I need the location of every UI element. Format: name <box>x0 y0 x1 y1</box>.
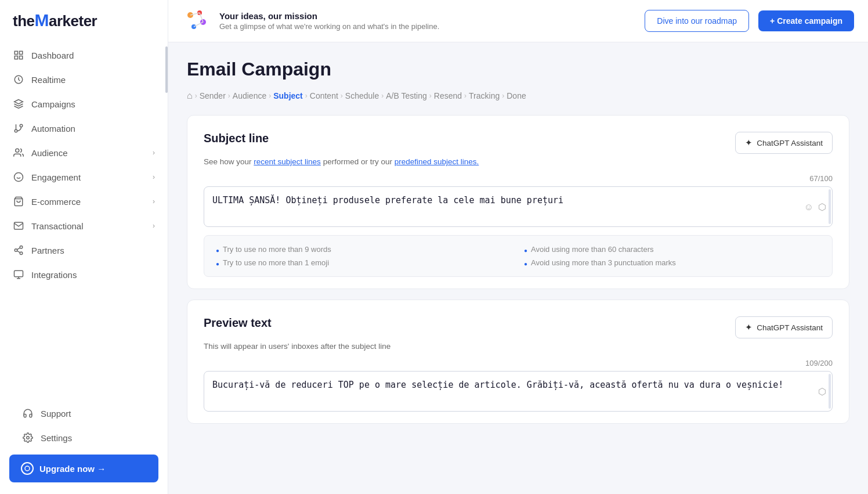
git-branch-icon <box>13 122 24 134</box>
svg-point-10 <box>15 173 23 182</box>
sidebar-item-campaigns[interactable]: Campaigns <box>0 92 168 116</box>
svg-point-16 <box>20 252 23 255</box>
create-campaign-button[interactable]: + Create campaign <box>758 10 854 31</box>
chevron-right-icon: › <box>153 149 155 157</box>
predefined-subject-lines-link[interactable]: predefined subject lines. <box>395 157 479 166</box>
sidebar-item-realtime[interactable]: Realtime <box>0 67 168 92</box>
layers-icon <box>13 98 24 110</box>
sidebar-item-realtime-label: Realtime <box>31 75 66 85</box>
sidebar-item-campaigns-label: Campaigns <box>31 99 75 109</box>
breadcrumb-sep-2: › <box>269 92 271 100</box>
tip-bullet-2: ● <box>216 261 219 267</box>
breadcrumb-resend[interactable]: Resend <box>434 91 462 100</box>
sparkle-icon-2: ✦ <box>745 322 753 333</box>
sidebar-item-partners-label: Partners <box>31 246 64 255</box>
svg-point-14 <box>20 246 23 249</box>
upgrade-button[interactable]: Upgrade now → <box>9 455 158 482</box>
breadcrumb-abtesting[interactable]: A/B Testing <box>386 91 427 100</box>
sidebar-item-transactional[interactable]: Transactional › <box>0 214 168 238</box>
svg-point-22 <box>27 437 30 439</box>
tip-4: ● Avoid using more than 3 punctuation ma… <box>524 258 820 267</box>
sidebar-nav: Dashboard Realtime Campaigns <box>0 38 168 291</box>
subject-chatgpt-label: ChatGPT Assistant <box>757 139 823 147</box>
subject-textarea[interactable]: ULTIMA ȘANSĂ! Obțineți produsele prefera… <box>204 187 832 224</box>
recent-subject-lines-link[interactable]: recent subject lines <box>254 157 321 166</box>
tips-box: ● Try to use no more than 9 words ● Avoi… <box>204 235 833 277</box>
preview-subtitle: This will appear in users' inboxes after… <box>204 342 833 351</box>
sidebar-item-dashboard[interactable]: Dashboard <box>0 43 168 67</box>
tip-2-text: Try to use no more than 1 emoji <box>223 258 329 267</box>
subject-char-count: 67/100 <box>204 174 833 183</box>
sidebar-footer-nav: Support Settings <box>9 401 158 455</box>
banner-text: Your ideas, our mission Get a glimpse of… <box>219 11 635 31</box>
breadcrumb-content[interactable]: Content <box>310 91 338 100</box>
settings-icon <box>22 432 34 443</box>
sidebar-bottom: Support Settings Upgrade now → <box>0 392 168 494</box>
svg-point-7 <box>20 124 23 127</box>
subject-textarea-wrapper: ULTIMA ȘANSĂ! Obțineți produsele prefera… <box>204 186 833 227</box>
breadcrumb-audience[interactable]: Audience <box>233 91 266 100</box>
svg-line-18 <box>17 248 20 250</box>
preview-textarea[interactable]: Bucurați-vă de reduceri TOP pe o mare se… <box>204 372 832 409</box>
tip-bullet-1: ● <box>216 247 219 254</box>
code-icon[interactable]: ⬡ <box>818 201 826 212</box>
breadcrumb-schedule[interactable]: Schedule <box>345 91 379 100</box>
preview-text-card: Preview text ✦ ChatGPT Assistant This wi… <box>187 300 849 424</box>
banner-icon <box>182 7 210 35</box>
share-icon <box>13 244 24 256</box>
breadcrumb-tracking[interactable]: Tracking <box>469 91 500 100</box>
svg-rect-1 <box>20 51 23 54</box>
sidebar-item-ecommerce[interactable]: E-commerce › <box>0 189 168 214</box>
sidebar-item-transactional-label: Transactional <box>31 221 84 231</box>
top-banner: Your ideas, our mission Get a glimpse of… <box>168 0 868 42</box>
sidebar-item-automation[interactable]: Automation <box>0 116 168 140</box>
breadcrumb-subject[interactable]: Subject <box>273 91 303 100</box>
svg-line-17 <box>17 251 20 253</box>
breadcrumb: ⌂ › Sender › Audience › Subject › Conten… <box>187 91 849 101</box>
clock-icon <box>13 74 24 85</box>
monitor-icon <box>13 269 24 280</box>
chevron-right-icon: › <box>153 173 155 181</box>
upgrade-circle-icon <box>21 462 34 475</box>
emoji-icon[interactable]: ☺ <box>804 201 813 212</box>
subject-textarea-scrollbar[interactable] <box>829 189 831 224</box>
sidebar-item-audience[interactable]: Audience › <box>0 140 168 165</box>
svg-point-8 <box>15 129 17 132</box>
preview-chatgpt-button[interactable]: ✦ ChatGPT Assistant <box>735 316 833 338</box>
preview-textarea-wrapper: Bucurați-vă de reduceri TOP pe o mare se… <box>204 371 833 412</box>
tip-4-text: Avoid using more than 3 punctuation mark… <box>531 258 676 267</box>
svg-rect-0 <box>15 51 17 54</box>
sidebar-item-support[interactable]: Support <box>9 401 158 426</box>
preview-textarea-icons: ⬡ <box>818 386 826 397</box>
subject-line-card: Subject line ✦ ChatGPT Assistant See how… <box>187 115 849 289</box>
sidebar-item-settings[interactable]: Settings <box>9 426 158 450</box>
breadcrumb-done[interactable]: Done <box>507 91 526 100</box>
sidebar-item-engagement[interactable]: Engagement › <box>0 165 168 189</box>
preview-chatgpt-label: ChatGPT Assistant <box>757 323 823 332</box>
users-icon <box>13 147 24 158</box>
breadcrumb-sender[interactable]: Sender <box>200 91 226 100</box>
logo-after-m: arketer <box>49 12 97 30</box>
banner-title: Your ideas, our mission <box>219 11 635 21</box>
breadcrumb-sep-6: › <box>429 92 432 100</box>
svg-point-9 <box>16 149 19 152</box>
sparkle-icon: ✦ <box>745 138 753 148</box>
sidebar-item-ecommerce-label: E-commerce <box>31 197 81 207</box>
preview-section-header: Preview text ✦ ChatGPT Assistant <box>204 316 833 338</box>
chevron-right-icon: › <box>153 222 155 230</box>
tip-1-text: Try to use no more than 9 words <box>223 245 331 254</box>
sidebar-item-engagement-label: Engagement <box>31 172 81 182</box>
sidebar-item-integrations[interactable]: Integrations <box>0 262 168 287</box>
subject-chatgpt-button[interactable]: ✦ ChatGPT Assistant <box>735 132 833 154</box>
breadcrumb-home-icon[interactable]: ⌂ <box>187 91 193 101</box>
headphones-icon <box>22 408 34 419</box>
svg-rect-2 <box>15 56 17 59</box>
subject-section-header: Subject line ✦ ChatGPT Assistant <box>204 132 833 154</box>
tip-bullet-3: ● <box>524 247 527 254</box>
preview-textarea-scrollbar[interactable] <box>829 374 831 409</box>
code-icon-2[interactable]: ⬡ <box>818 386 826 397</box>
roadmap-button[interactable]: Dive into our roadmap <box>645 10 749 32</box>
sidebar-item-partners[interactable]: Partners <box>0 238 168 262</box>
tip-3: ● Avoid using more than 60 characters <box>524 245 820 254</box>
chevron-right-icon: › <box>153 197 155 205</box>
